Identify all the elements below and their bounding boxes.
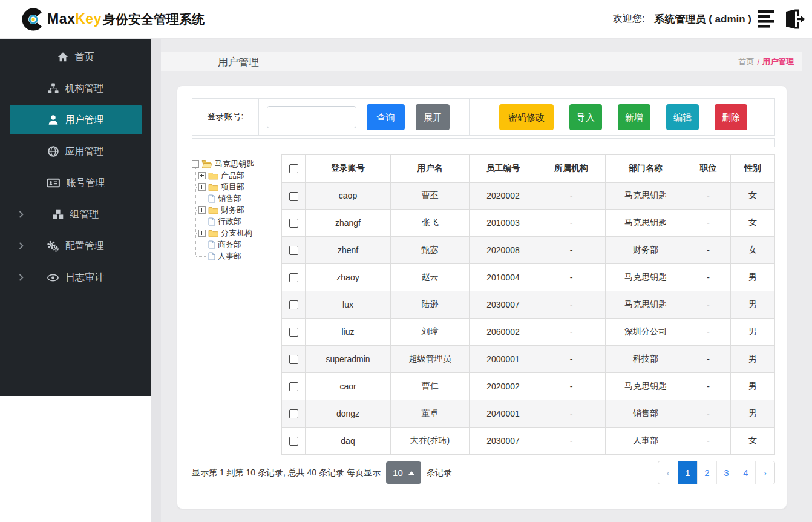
tree-node-label[interactable]: 马克思钥匙 [215,159,254,170]
cell-empno: 2040001 [470,400,537,428]
tree-expand-toggle[interactable] [198,206,206,214]
sidebar-item-audit[interactable]: 日志审计 [10,263,142,292]
edit-button[interactable]: 编辑 [666,104,699,130]
delete-button[interactable]: 删除 [715,104,747,130]
table-row[interactable]: caop 曹丕 2020002 - 马克思钥匙 - 女 [282,182,775,210]
menu-icon[interactable] [758,10,777,28]
select-all-checkbox[interactable] [289,164,298,173]
cell-position: - [686,319,731,346]
sidebar-item-org[interactable]: 机构管理 [10,74,142,103]
cell-gender: 男 [731,319,775,346]
prev-page-button[interactable]: ‹ [658,461,678,484]
file-icon [208,194,215,203]
next-page-button[interactable]: › [755,461,774,484]
login-account-label: 登录账号: [192,99,259,135]
sidebar-item-apps[interactable]: 应用管理 [10,137,142,166]
row-checkbox[interactable] [289,328,298,337]
sidebar-item-home[interactable]: 首页 [10,42,142,71]
table-row[interactable]: dongz 董卓 2040001 - 销售部 - 男 [282,400,775,428]
cell-empno: 2030007 [470,291,537,319]
add-button[interactable]: 新增 [618,104,650,130]
home-icon [57,51,68,62]
column-header-gender[interactable]: 性别 [731,155,775,182]
sidebar-item-accounts[interactable]: 账号管理 [10,168,142,197]
cell-name: 超级管理员 [391,346,470,373]
content-card: 登录账号: 查询 展开 密码修改 导入 新增 编辑 删除 [177,86,787,509]
change-password-button[interactable]: 密码修改 [499,104,554,130]
chevron-right-icon [17,242,25,250]
page-button-4[interactable]: 4 [736,461,755,484]
tree-node-label[interactable]: 产品部 [221,170,244,181]
table-row[interactable]: caor 曹仁 2020002 - 马克思钥匙 - 男 [282,373,775,400]
tree-node-label[interactable]: 商务部 [218,239,241,250]
user-icon [48,114,59,125]
expand-button[interactable]: 展开 [416,104,450,130]
tree-node[interactable]: 人事部 [192,251,281,262]
table-row[interactable]: liuz 刘璋 2060002 - 深圳分公司 - 男 [282,319,775,346]
import-button[interactable]: 导入 [569,104,602,130]
row-checkbox[interactable] [289,192,298,201]
row-checkbox[interactable] [289,300,298,309]
sidebar-item-label: 首页 [75,51,94,64]
gears-icon [47,240,59,252]
tree-node[interactable]: 行政部 [192,216,281,227]
column-header-dept[interactable]: 部门名称 [606,155,686,182]
tree-node[interactable]: 产品部 [192,170,281,181]
tree-node[interactable]: 商务部 [192,239,281,250]
row-checkbox[interactable] [289,437,298,446]
page-size-dropdown[interactable]: 10 [386,461,421,484]
page-button-1[interactable]: 1 [678,461,697,484]
page-button-3[interactable]: 3 [716,461,736,484]
maxkey-logo-icon [22,8,45,31]
cell-dept: 销售部 [606,400,686,428]
column-header-login[interactable]: 登录账号 [306,155,391,182]
tree-node-root[interactable]: 马克思钥匙 [192,159,281,170]
breadcrumb-home-link[interactable]: 首页 [738,56,754,67]
tree-node-label[interactable]: 行政部 [218,216,241,227]
tree-collapse-toggle[interactable] [192,160,199,168]
tree-node-label[interactable]: 分支机构 [221,228,252,239]
row-checkbox[interactable] [289,382,298,391]
sidebar-item-groups[interactable]: 组管理 [10,200,142,229]
sidebar-item-users[interactable]: 用户管理 [10,105,142,134]
column-header-org[interactable]: 所属机构 [537,155,606,182]
tree-node[interactable]: 财务部 [192,205,281,216]
row-checkbox[interactable] [289,219,298,228]
row-checkbox[interactable] [289,409,298,418]
login-account-input[interactable] [267,106,356,128]
tree-expand-toggle[interactable] [198,172,206,179]
table-row[interactable]: lux 陆逊 2030007 - 马克思钥匙 - 男 [282,291,775,319]
tree-node[interactable]: 分支机构 [192,228,281,239]
sidebar-item-config[interactable]: 配置管理 [10,231,142,260]
file-icon [208,240,215,249]
tree-node-label[interactable]: 项目部 [221,182,244,193]
cell-dept: 深圳分公司 [606,319,686,346]
table-row[interactable]: zhaoy 赵云 2010004 - 马克思钥匙 - 男 [282,264,775,291]
column-header-position[interactable]: 职位 [686,155,731,182]
tree-expand-toggle[interactable] [198,183,206,191]
row-checkbox[interactable] [289,273,298,282]
cell-org: - [537,319,606,346]
page-button-2[interactable]: 2 [697,461,716,484]
tree-expand-toggle[interactable] [198,230,206,237]
cell-login: lux [306,291,391,319]
table-row[interactable]: zhangf 张飞 2010003 - 马克思钥匙 - 女 [282,210,775,237]
tree-node-label[interactable]: 财务部 [221,205,244,216]
query-button[interactable]: 查询 [367,104,405,130]
cell-dept: 科技部 [606,346,686,373]
cell-login: daq [306,428,391,455]
tree-node-label[interactable]: 销售部 [218,193,241,204]
table-row[interactable]: daq 大乔(乔玮) 2030007 - 人事部 - 女 [282,428,775,455]
row-checkbox[interactable] [289,355,298,364]
row-checkbox[interactable] [289,246,298,255]
table-row[interactable]: zhenf 甄宓 2020008 - 财务部 - 女 [282,237,775,264]
tree-node-label[interactable]: 人事部 [218,251,241,262]
column-header-name[interactable]: 用户名 [391,155,470,182]
tree-node[interactable]: 项目部 [192,182,281,193]
tree-node[interactable]: 销售部 [192,193,281,204]
cell-name: 张飞 [391,210,470,237]
logout-icon[interactable] [783,9,806,29]
breadcrumb-current: 用户管理 [762,56,794,67]
table-row[interactable]: superadmin 超级管理员 2000001 - 科技部 - 男 [282,346,775,373]
column-header-empno[interactable]: 员工编号 [470,155,537,182]
